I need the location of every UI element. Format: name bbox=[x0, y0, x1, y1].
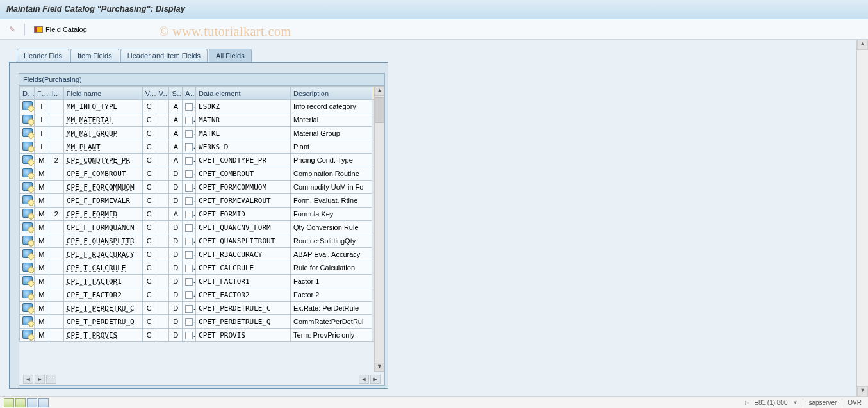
cell-fieldname[interactable]: CPE_F_COMBROUT bbox=[63, 167, 142, 181]
hscroll-left-2[interactable]: ◄ bbox=[359, 375, 369, 384]
cell-fieldname[interactable]: MM_INFO_TYPE bbox=[63, 100, 142, 113]
col-s[interactable]: S.. bbox=[169, 87, 183, 100]
magnifier-icon bbox=[22, 316, 33, 325]
row-detail-button[interactable] bbox=[20, 140, 35, 154]
cell-a-checkbox[interactable] bbox=[183, 275, 196, 288]
col-fi[interactable]: Fi.. bbox=[34, 87, 49, 100]
cell-a-checkbox[interactable] bbox=[183, 181, 196, 194]
table-row: MCPE_T_FACTOR2CDCPET_FACTOR2Factor 2 bbox=[20, 288, 384, 302]
cell-fieldname[interactable]: CPE_T_FACTOR1 bbox=[63, 275, 142, 288]
row-detail-button[interactable] bbox=[20, 181, 35, 194]
row-detail-button[interactable] bbox=[20, 221, 35, 234]
edit-wand-button[interactable] bbox=[6, 24, 18, 35]
page-scroll-up[interactable]: ▲ bbox=[857, 40, 868, 50]
col-desc[interactable]: Description bbox=[291, 87, 372, 100]
table-row: MCPE_T_PROVISCDCPET_PROVISTerm: ProvPric… bbox=[20, 329, 384, 342]
cell-a-checkbox[interactable] bbox=[183, 208, 196, 221]
field-catalog-button[interactable]: Field Catalog bbox=[31, 24, 90, 35]
cell-fieldname[interactable]: CPE_T_PERDETRU_C bbox=[63, 302, 142, 315]
hscroll-right-2[interactable]: ► bbox=[370, 375, 381, 384]
cell-fieldname[interactable]: CPE_F_QUANSPLITR bbox=[63, 234, 142, 248]
page-vertical-scrollbar[interactable]: ▲ ▼ bbox=[856, 40, 868, 396]
cell-fieldname[interactable]: MM_PLANT bbox=[63, 140, 142, 154]
cell-a-checkbox[interactable] bbox=[183, 302, 196, 315]
col-v2[interactable]: V.. bbox=[156, 87, 169, 100]
cell-a-checkbox[interactable] bbox=[183, 167, 196, 181]
cell-a-checkbox[interactable] bbox=[183, 221, 196, 234]
row-detail-button[interactable] bbox=[20, 127, 35, 140]
cell-a-checkbox[interactable] bbox=[183, 113, 196, 127]
table-row: MCPE_F_FORCOMMUOMCDCPET_FORMCOMMUOMCommo… bbox=[20, 181, 384, 194]
col-v[interactable]: V.. bbox=[142, 87, 156, 100]
col-fieldname[interactable]: Field name bbox=[63, 87, 142, 100]
cell-i: 2 bbox=[49, 154, 63, 167]
cell-a-checkbox[interactable] bbox=[183, 154, 196, 167]
hscroll-marker[interactable]: ⋯ bbox=[46, 375, 56, 384]
cell-fieldname[interactable]: CPE_F_R3ACCURACY bbox=[63, 248, 142, 261]
cell-fieldname[interactable]: MM_MATERIAL bbox=[63, 113, 142, 127]
status-right: ▷ E81 (1) 800 ▼ sapserver OVR bbox=[745, 399, 868, 407]
row-detail-button[interactable] bbox=[20, 302, 35, 315]
vscroll-down[interactable]: ▼ bbox=[375, 363, 384, 372]
cell-a-checkbox[interactable] bbox=[183, 127, 196, 140]
col-dataelem[interactable]: Data element bbox=[196, 87, 291, 100]
col-a[interactable]: A.. bbox=[183, 87, 196, 100]
vscroll-up[interactable]: ▲ bbox=[375, 86, 384, 96]
cell-a-checkbox[interactable] bbox=[183, 248, 196, 261]
row-detail-button[interactable] bbox=[20, 234, 35, 248]
cell-fieldname[interactable]: CPE_F_FORMQUANCN bbox=[63, 221, 142, 234]
cell-data-element: CPET_QUANCNV_FORM bbox=[196, 221, 291, 234]
row-detail-button[interactable] bbox=[20, 208, 35, 221]
status-btn-4[interactable] bbox=[38, 398, 49, 407]
cell-a-checkbox[interactable] bbox=[183, 234, 196, 248]
cell-s: D bbox=[169, 275, 183, 288]
row-detail-button[interactable] bbox=[20, 154, 35, 167]
status-btn-3[interactable] bbox=[27, 398, 37, 407]
col-details[interactable]: D.. bbox=[20, 87, 35, 100]
tab-all-fields[interactable]: All Fields bbox=[209, 49, 252, 62]
cell-description: Material Group bbox=[291, 127, 372, 140]
tab-item-fields[interactable]: Item Fields bbox=[70, 49, 119, 62]
row-detail-button[interactable] bbox=[20, 275, 35, 288]
tab-header-and-item[interactable]: Header and Item Fields bbox=[120, 49, 208, 62]
cell-a-checkbox[interactable] bbox=[183, 261, 196, 275]
row-detail-button[interactable] bbox=[20, 329, 35, 342]
hscroll-right[interactable]: ► bbox=[35, 375, 45, 384]
cell-v2 bbox=[156, 261, 169, 275]
status-btn-2[interactable] bbox=[15, 398, 26, 407]
cell-fieldname[interactable]: CPE_CONDTYPE_PR bbox=[63, 154, 142, 167]
row-detail-button[interactable] bbox=[20, 167, 35, 181]
row-detail-button[interactable] bbox=[20, 248, 35, 261]
row-detail-button[interactable] bbox=[20, 194, 35, 208]
cell-fieldname[interactable]: CPE_T_PERDETRU_Q bbox=[63, 315, 142, 329]
row-detail-button[interactable] bbox=[20, 100, 35, 113]
cell-fieldname[interactable]: CPE_F_FORMID bbox=[63, 208, 142, 221]
cell-a-checkbox[interactable] bbox=[183, 315, 196, 329]
cell-a-checkbox[interactable] bbox=[183, 140, 196, 154]
cell-fieldname[interactable]: CPE_F_FORCOMMUOM bbox=[63, 181, 142, 194]
cell-fieldname[interactable]: CPE_F_FORMEVALR bbox=[63, 194, 142, 208]
checkbox-icon bbox=[185, 143, 193, 151]
cell-fieldname[interactable]: CPE_T_FACTOR2 bbox=[63, 288, 142, 302]
vscroll-thumb[interactable] bbox=[375, 97, 384, 123]
cell-a-checkbox[interactable] bbox=[183, 100, 196, 113]
cell-fieldname[interactable]: CPE_T_PROVIS bbox=[63, 329, 142, 342]
table-horizontal-scrollbar: ◄ ► ⋯ ◄ ► bbox=[19, 373, 384, 385]
row-detail-button[interactable] bbox=[20, 261, 35, 275]
cell-a-checkbox[interactable] bbox=[183, 194, 196, 208]
cell-description: Rule for Calculation bbox=[291, 261, 372, 275]
page-scroll-down[interactable]: ▼ bbox=[857, 386, 868, 396]
row-detail-button[interactable] bbox=[20, 113, 35, 127]
cell-a-checkbox[interactable] bbox=[183, 288, 196, 302]
table-vertical-scrollbar[interactable]: ▲ ▼ bbox=[374, 86, 384, 372]
row-detail-button[interactable] bbox=[20, 315, 35, 329]
col-i[interactable]: I.. bbox=[49, 87, 63, 100]
tab-header-flds[interactable]: Header Flds bbox=[17, 49, 69, 62]
status-btn-1[interactable] bbox=[4, 398, 14, 407]
cell-fieldname[interactable]: MM_MAT_GROUP bbox=[63, 127, 142, 140]
cell-fieldname[interactable]: CPE_T_CALCRULE bbox=[63, 261, 142, 275]
hscroll-left[interactable]: ◄ bbox=[23, 375, 33, 384]
cell-i bbox=[49, 100, 63, 113]
row-detail-button[interactable] bbox=[20, 288, 35, 302]
cell-a-checkbox[interactable] bbox=[183, 329, 196, 342]
